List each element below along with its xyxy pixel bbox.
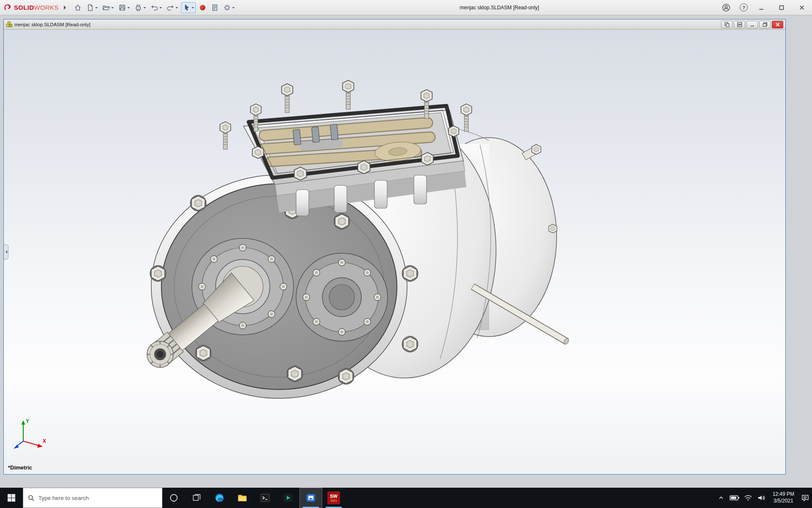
home-icon [74,4,82,11]
photos-app-icon [306,493,316,503]
view-orientation-label: *Dimetric [8,464,32,471]
new-document-icon [86,4,94,11]
chevron-up-icon [718,495,724,501]
restore-document-icon [762,22,768,28]
volume-button[interactable] [755,494,768,501]
maximize-app-button[interactable] [775,2,788,13]
wifi-icon [744,494,752,501]
cortana-button[interactable] [162,488,185,508]
x-axis-label: X [43,438,46,444]
graphics-viewport[interactable]: Y X *Dimetric [4,30,785,474]
search-input[interactable] [38,495,157,501]
options-button[interactable] [222,2,236,13]
document-titlebar[interactable]: menjac sklop.SLDASM [Read-only] [4,19,785,30]
open-dropdown-arrow[interactable] [111,7,114,10]
save-button[interactable] [117,2,132,13]
output-shaft-boss[interactable] [296,253,387,341]
file-properties-icon [211,4,219,11]
taskbar-app-edge[interactable] [208,488,231,508]
open-folder-icon [102,4,110,11]
x-axis [23,441,39,446]
solidworks-logo: SOLIDWORKS [3,3,59,12]
redo-icon [167,4,174,11]
start-button[interactable] [0,488,23,508]
undo-button[interactable] [149,2,164,13]
taskbar-app-terminal[interactable] [254,488,277,508]
undo-dropdown-arrow[interactable] [159,7,162,10]
print-dropdown-arrow[interactable] [143,7,146,10]
window-title: menjac sklop.SLDASM [Read-only] [460,5,539,11]
window-arrange-1-button[interactable] [721,21,732,28]
network-status-button[interactable] [741,494,755,501]
home-button[interactable] [72,2,83,13]
ds-logo-icon [3,3,12,12]
3dexperience-button[interactable] [197,2,208,13]
show-hidden-icons-button[interactable] [714,495,728,501]
task-view-icon [192,493,201,502]
app-titlebar: SOLIDWORKS [0,0,812,15]
windows-logo-icon [7,494,16,502]
cortana-icon [169,493,178,502]
system-tray: 12:49 PM 3/5/2021 [714,488,812,508]
minimize-icon [758,5,764,11]
splined-shaft-end[interactable] [147,341,173,367]
new-document-button[interactable] [85,2,99,13]
help-icon: ? [742,5,745,10]
tile-windows-icon [737,22,743,28]
edge-icon [214,493,225,503]
task-view-button[interactable] [185,488,208,508]
restore-document-button[interactable] [759,21,771,28]
media-player-icon [283,493,293,503]
open-button[interactable] [101,2,115,13]
featuremanager-collapsed-tab[interactable] [4,244,8,260]
select-dropdown-arrow[interactable] [192,7,194,10]
minimize-document-button[interactable] [746,21,758,28]
orientation-triad[interactable]: Y X [9,417,48,456]
save-dropdown-arrow[interactable] [127,7,130,10]
taskbar-app-file-explorer[interactable] [231,488,254,508]
new-dropdown-arrow[interactable] [95,7,98,10]
action-center-icon [801,494,809,502]
taskbar-app-solidworks[interactable]: SW 2021 [322,488,345,508]
y-axis-label: Y [26,418,29,424]
brand-text: SOLIDWORKS [14,4,59,11]
battery-status-button[interactable] [728,494,741,501]
taskbar-app-photos[interactable] [299,488,322,508]
assembly-document-icon [6,21,12,28]
maximize-icon [779,5,785,11]
3dexperience-icon [199,4,206,11]
close-document-icon [775,22,781,28]
file-properties-button[interactable] [209,2,220,13]
select-tool-button[interactable] [181,2,196,13]
cascade-windows-icon [724,22,730,28]
clock-date: 3/5/2021 [774,498,793,505]
taskbar-search[interactable] [23,488,162,508]
window-arrange-2-button[interactable] [734,21,745,28]
account-button[interactable] [719,2,733,13]
clock-time: 12:49 PM [773,491,794,498]
close-app-button[interactable] [795,2,809,13]
help-button[interactable]: ? [740,3,748,11]
side-plug[interactable] [549,224,557,233]
options-dropdown-arrow[interactable] [232,7,235,10]
redo-button[interactable] [165,2,180,13]
print-button[interactable] [133,2,148,13]
solidworks-2021-icon: SW 2021 [327,491,340,504]
undo-icon [151,4,158,11]
action-center-button[interactable] [798,494,812,502]
taskbar-clock[interactable]: 12:49 PM 3/5/2021 [768,491,798,504]
close-document-button[interactable] [772,21,783,28]
minimize-document-icon [749,22,755,28]
redo-dropdown-arrow[interactable] [176,7,178,10]
taskbar-app-media-player[interactable] [277,488,299,508]
menu-expand-arrow-icon[interactable] [64,6,68,10]
gearbox-3d-model [4,30,785,474]
workspace-background: menjac sklop.SLDASM [Read-only] [0,15,812,488]
minimize-app-button[interactable] [754,2,768,13]
search-icon [28,494,35,502]
close-icon [799,5,805,11]
battery-icon [730,494,740,501]
speaker-icon [757,494,766,501]
solidworks-application: SOLIDWORKS [0,0,812,508]
breather-plug[interactable] [522,144,540,160]
